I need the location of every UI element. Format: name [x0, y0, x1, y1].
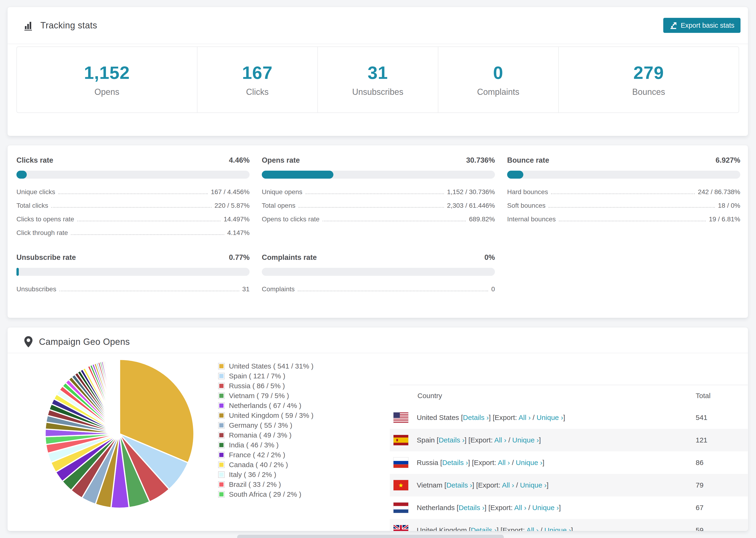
details-link[interactable]: Details › — [459, 504, 484, 511]
geo-table-country-text: United States [Details ›] [Export: All ›… — [417, 413, 565, 422]
rate-section-head: Unsubscribe rate0.77% — [17, 253, 249, 262]
bracket-close: ] — [542, 459, 544, 466]
legend-color-chip — [218, 461, 225, 468]
export-label: ] [Export: — [497, 526, 526, 531]
geo-table-row-gb: United Kingdom [Details ›] [Export: All … — [390, 519, 748, 531]
rate-detail-row: Click through rate4.147% — [17, 229, 249, 237]
export-icon — [669, 21, 677, 29]
geo-table-country-cell: United States [Details ›] [Export: All ›… — [390, 412, 696, 423]
legend-label: United States ( 541 / 31% ) — [229, 362, 313, 370]
bracket-close: ] — [547, 481, 549, 489]
geo-table-header-row: CountryTotal — [390, 385, 748, 406]
geo-table-country-cell: Russia [Details ›] [Export: All › / Uniq… — [390, 457, 696, 468]
legend-item-india: India ( 46 / 3% ) — [218, 442, 313, 448]
rate-detail-label: Hard bounces — [507, 188, 548, 196]
legend-label: Spain ( 121 / 7% ) — [229, 372, 285, 380]
geo-table-total-cell: 67 — [696, 504, 748, 512]
legend-color-chip — [218, 393, 225, 399]
details-link[interactable]: Details › — [463, 413, 489, 421]
details-link[interactable]: Details › — [439, 436, 464, 444]
flag-icon-nl — [394, 503, 408, 513]
slash-separator: / — [514, 481, 520, 489]
dotted-leader — [298, 207, 444, 208]
horizontal-scrollbar-thumb[interactable] — [237, 535, 504, 538]
rate-detail-label: Total opens — [262, 202, 296, 210]
export-all-link[interactable]: All › — [498, 459, 510, 466]
stat-label: Unsubscribes — [352, 87, 404, 97]
export-all-link[interactable]: All › — [519, 413, 531, 421]
export-basic-stats-button[interactable]: Export basic stats — [663, 18, 740, 33]
stat-value: 0 — [493, 62, 503, 83]
legend-item-netherlands: Netherlands ( 67 / 4% ) — [218, 402, 313, 409]
export-unique-link[interactable]: Unique › — [520, 481, 547, 489]
export-unique-link[interactable]: Unique › — [536, 413, 563, 421]
rate-detail-value: 19 / 6.81% — [709, 215, 740, 223]
rate-detail-row: Internal bounces19 / 6.81% — [507, 215, 740, 223]
rate-detail-value: 167 / 4.456% — [211, 188, 249, 196]
geo-table-total-cell: 121 — [696, 436, 748, 444]
rate-section-value: 30.736% — [466, 156, 495, 165]
geo-table-country-cell: Vietnam [Details ›] [Export: All › / Uni… — [390, 480, 696, 490]
rate-detail-value: 0 — [491, 285, 495, 293]
details-link[interactable]: Details › — [446, 481, 472, 489]
legend-label: India ( 46 / 3% ) — [229, 441, 279, 449]
stat-box-opens: 1,152Opens — [17, 47, 197, 112]
ru-flag-icon — [394, 457, 408, 468]
legend-color-chip — [218, 422, 225, 429]
geo-opens-legend: United States ( 541 / 31% )Spain ( 121 /… — [218, 363, 313, 498]
export-unique-link[interactable]: Unique › — [512, 436, 539, 444]
slash-separator: / — [526, 504, 532, 511]
geo-table-country-text: Russia [Details ›] [Export: All › / Uniq… — [417, 459, 544, 467]
legend-label: Canada ( 40 / 2% ) — [229, 461, 288, 469]
details-link[interactable]: Details › — [471, 526, 497, 531]
legend-label: Romania ( 49 / 3% ) — [229, 431, 292, 439]
legend-item-russia: Russia ( 86 / 5% ) — [218, 383, 313, 389]
stat-value: 167 — [242, 62, 273, 83]
gb-flag-icon — [394, 525, 408, 531]
export-all-link[interactable]: All › — [514, 504, 526, 511]
legend-label: Vietnam ( 79 / 5% ) — [229, 392, 289, 400]
legend-color-chip — [218, 363, 225, 369]
us-flag-icon — [394, 412, 408, 423]
legend-label: South Africa ( 29 / 2% ) — [229, 490, 301, 498]
export-all-link[interactable]: All › — [526, 526, 539, 531]
geo-table-country-cell: United Kingdom [Details ›] [Export: All … — [390, 525, 696, 531]
rate-detail-label: Unsubscribes — [17, 285, 56, 293]
export-unique-link[interactable]: Unique › — [516, 459, 542, 466]
rate-section-head: Complaints rate0% — [262, 253, 495, 262]
rate-section-value: 6.927% — [716, 156, 740, 165]
export-label: ] [Export: — [472, 481, 502, 489]
geo-table-header-country: Country — [390, 392, 696, 400]
rate-detail-rows: Unique clicks167 / 4.456%Total clicks220… — [17, 188, 249, 237]
legend-item-germany: Germany ( 55 / 3% ) — [218, 422, 313, 429]
legend-color-chip — [218, 432, 225, 439]
stat-box-complaints: 0Complaints — [438, 47, 559, 112]
legend-label: Italy ( 36 / 2% ) — [229, 471, 276, 479]
rate-progress-fill — [262, 171, 333, 179]
geo-opens-pie-chart — [42, 356, 197, 511]
stat-value: 31 — [368, 62, 388, 83]
rate-detail-label: Unique clicks — [17, 188, 55, 196]
rate-detail-value: 1,152 / 30.736% — [447, 188, 495, 196]
rate-detail-label: Total clicks — [17, 202, 48, 210]
rate-progress-track — [262, 171, 495, 179]
legend-item-italy: Italy ( 36 / 2% ) — [218, 471, 313, 478]
stat-label: Bounces — [632, 87, 665, 97]
dotted-leader — [549, 207, 715, 208]
rate-detail-label: Complaints — [262, 285, 295, 293]
export-unique-link[interactable]: Unique › — [544, 526, 571, 531]
slash-separator: / — [539, 526, 544, 531]
dotted-leader — [71, 234, 224, 235]
rate-detail-row: Unsubscribes31 — [17, 285, 249, 293]
slash-separator: / — [510, 459, 516, 466]
stat-box-unsubscribes: 31Unsubscribes — [318, 47, 438, 112]
bar-chart-icon — [24, 20, 34, 30]
export-unique-link[interactable]: Unique › — [532, 504, 559, 511]
rate-detail-value: 242 / 86.738% — [698, 188, 740, 196]
stat-value: 279 — [633, 62, 664, 83]
rate-detail-value: 689.82% — [469, 215, 495, 223]
export-all-link[interactable]: All › — [494, 436, 507, 444]
details-link[interactable]: Details › — [442, 459, 468, 466]
rate-progress-track — [507, 171, 740, 179]
export-all-link[interactable]: All › — [502, 481, 514, 489]
